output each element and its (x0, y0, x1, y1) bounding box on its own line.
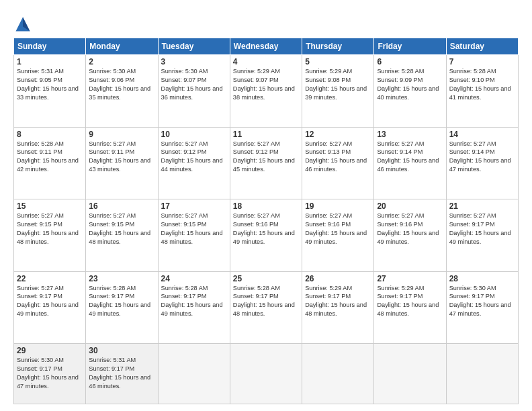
daylight-label: Daylight: 15 hours and 49 minutes. (305, 230, 367, 245)
sunrise-label: Sunrise: 5:30 AM (161, 68, 208, 75)
day-info: Sunrise: 5:31 AM Sunset: 9:17 PM Dayligh… (89, 356, 154, 391)
day-number: 7 (449, 57, 515, 66)
day-number: 20 (377, 201, 443, 211)
sunrise-label: Sunrise: 5:27 AM (233, 140, 280, 147)
calendar-cell: 27 Sunrise: 5:29 AM Sunset: 9:17 PM Dayl… (374, 271, 446, 344)
sunset-label: Sunset: 9:17 PM (449, 221, 495, 228)
day-info: Sunrise: 5:30 AM Sunset: 9:06 PM Dayligh… (89, 67, 154, 102)
day-number: 13 (377, 130, 443, 139)
day-number: 25 (233, 274, 299, 283)
calendar-cell: 18 Sunrise: 5:27 AM Sunset: 9:16 PM Dayl… (230, 199, 302, 272)
daylight-label: Daylight: 15 hours and 36 minutes. (161, 85, 223, 101)
sunset-label: Sunset: 9:16 PM (305, 221, 351, 228)
day-number: 18 (233, 201, 299, 211)
day-info: Sunrise: 5:27 AM Sunset: 9:14 PM Dayligh… (449, 140, 515, 175)
day-info: Sunrise: 5:31 AM Sunset: 9:05 PM Dayligh… (17, 67, 83, 102)
daylight-label: Daylight: 15 hours and 43 minutes. (89, 157, 150, 173)
sunrise-label: Sunrise: 5:29 AM (305, 285, 352, 291)
daylight-label: Daylight: 15 hours and 33 minutes. (17, 85, 79, 101)
sunset-label: Sunset: 9:11 PM (89, 148, 134, 155)
sunset-label: Sunset: 9:17 PM (449, 293, 495, 300)
calendar-table: SundayMondayTuesdayWednesdayThursdayFrid… (13, 38, 519, 404)
calendar-cell (374, 344, 446, 404)
sunrise-label: Sunrise: 5:28 AM (89, 285, 136, 291)
sunrise-label: Sunrise: 5:31 AM (17, 68, 64, 75)
calendar-header-thursday: Thursday (302, 38, 374, 55)
sunset-label: Sunset: 9:17 PM (17, 293, 62, 300)
calendar-header-monday: Monday (86, 38, 158, 55)
calendar-cell: 23 Sunrise: 5:28 AM Sunset: 9:17 PM Dayl… (86, 271, 158, 344)
calendar-cell: 14 Sunrise: 5:27 AM Sunset: 9:14 PM Dayl… (446, 127, 518, 199)
day-info: Sunrise: 5:30 AM Sunset: 9:07 PM Dayligh… (161, 67, 227, 102)
calendar-cell: 8 Sunrise: 5:28 AM Sunset: 9:11 PM Dayli… (14, 127, 86, 199)
day-info: Sunrise: 5:30 AM Sunset: 9:17 PM Dayligh… (449, 284, 515, 319)
daylight-label: Daylight: 15 hours and 46 minutes. (89, 374, 150, 390)
sunrise-label: Sunrise: 5:27 AM (233, 212, 280, 219)
day-number: 24 (161, 274, 227, 283)
day-number: 1 (17, 57, 83, 66)
calendar-cell: 30 Sunrise: 5:31 AM Sunset: 9:17 PM Dayl… (86, 344, 158, 404)
daylight-label: Daylight: 15 hours and 49 minutes. (449, 230, 511, 245)
sunrise-label: Sunrise: 5:27 AM (17, 285, 64, 291)
calendar-cell: 7 Sunrise: 5:28 AM Sunset: 9:10 PM Dayli… (446, 55, 518, 128)
day-number: 22 (17, 274, 83, 283)
calendar-cell: 17 Sunrise: 5:27 AM Sunset: 9:15 PM Dayl… (158, 199, 230, 272)
day-number: 3 (161, 57, 227, 66)
daylight-label: Daylight: 15 hours and 46 minutes. (377, 157, 439, 173)
sunrise-label: Sunrise: 5:28 AM (377, 68, 424, 75)
day-number: 2 (89, 57, 154, 66)
calendar-header-wednesday: Wednesday (230, 38, 302, 55)
calendar-cell: 1 Sunrise: 5:31 AM Sunset: 9:05 PM Dayli… (14, 55, 86, 128)
daylight-label: Daylight: 15 hours and 45 minutes. (233, 157, 295, 173)
calendar-cell: 5 Sunrise: 5:29 AM Sunset: 9:08 PM Dayli… (302, 55, 374, 128)
sunrise-label: Sunrise: 5:27 AM (377, 140, 424, 147)
daylight-label: Daylight: 15 hours and 35 minutes. (89, 85, 150, 101)
day-number: 5 (305, 57, 371, 66)
day-info: Sunrise: 5:28 AM Sunset: 9:09 PM Dayligh… (377, 67, 443, 102)
day-info: Sunrise: 5:27 AM Sunset: 9:15 PM Dayligh… (17, 212, 83, 246)
page: SundayMondayTuesdayWednesdayThursdayFrid… (0, 0, 532, 411)
day-info: Sunrise: 5:28 AM Sunset: 9:11 PM Dayligh… (17, 140, 83, 175)
sunrise-label: Sunrise: 5:27 AM (449, 140, 496, 147)
day-info: Sunrise: 5:29 AM Sunset: 9:08 PM Dayligh… (305, 67, 371, 102)
day-info: Sunrise: 5:27 AM Sunset: 9:15 PM Dayligh… (89, 212, 154, 246)
sunset-label: Sunset: 9:13 PM (305, 148, 351, 155)
day-number: 10 (161, 130, 227, 139)
calendar-cell: 21 Sunrise: 5:27 AM Sunset: 9:17 PM Dayl… (446, 199, 518, 272)
logo (13, 15, 35, 34)
sunset-label: Sunset: 9:14 PM (449, 148, 495, 155)
sunset-label: Sunset: 9:17 PM (377, 293, 423, 300)
sunset-label: Sunset: 9:09 PM (377, 77, 423, 83)
sunrise-label: Sunrise: 5:27 AM (161, 140, 208, 147)
calendar-cell (446, 344, 518, 404)
daylight-label: Daylight: 15 hours and 47 minutes. (449, 157, 511, 173)
calendar-cell (230, 344, 302, 404)
calendar-cell: 6 Sunrise: 5:28 AM Sunset: 9:09 PM Dayli… (374, 55, 446, 128)
day-number: 12 (305, 130, 371, 139)
calendar-week-2: 8 Sunrise: 5:28 AM Sunset: 9:11 PM Dayli… (14, 127, 519, 199)
calendar-cell: 28 Sunrise: 5:30 AM Sunset: 9:17 PM Dayl… (446, 271, 518, 344)
day-info: Sunrise: 5:27 AM Sunset: 9:11 PM Dayligh… (89, 140, 154, 175)
day-number: 28 (449, 274, 515, 283)
sunset-label: Sunset: 9:15 PM (17, 221, 62, 228)
sunrise-label: Sunrise: 5:27 AM (89, 212, 136, 219)
daylight-label: Daylight: 15 hours and 48 minutes. (233, 302, 295, 317)
sunset-label: Sunset: 9:17 PM (89, 365, 134, 372)
day-number: 29 (17, 346, 83, 355)
calendar-cell: 26 Sunrise: 5:29 AM Sunset: 9:17 PM Dayl… (302, 271, 374, 344)
sunset-label: Sunset: 9:07 PM (161, 77, 207, 83)
day-info: Sunrise: 5:27 AM Sunset: 9:12 PM Dayligh… (233, 140, 299, 175)
sunset-label: Sunset: 9:17 PM (233, 293, 279, 300)
calendar-cell: 15 Sunrise: 5:27 AM Sunset: 9:15 PM Dayl… (14, 199, 86, 272)
calendar-cell: 25 Sunrise: 5:28 AM Sunset: 9:17 PM Dayl… (230, 271, 302, 344)
daylight-label: Daylight: 15 hours and 44 minutes. (161, 157, 223, 173)
calendar-body: 1 Sunrise: 5:31 AM Sunset: 9:05 PM Dayli… (14, 55, 519, 404)
day-info: Sunrise: 5:27 AM Sunset: 9:16 PM Dayligh… (377, 212, 443, 246)
day-number: 19 (305, 201, 371, 211)
calendar-cell: 29 Sunrise: 5:30 AM Sunset: 9:17 PM Dayl… (14, 344, 86, 404)
day-number: 21 (449, 201, 515, 211)
day-number: 26 (305, 274, 371, 283)
calendar-cell: 19 Sunrise: 5:27 AM Sunset: 9:16 PM Dayl… (302, 199, 374, 272)
day-info: Sunrise: 5:28 AM Sunset: 9:10 PM Dayligh… (449, 67, 515, 102)
sunset-label: Sunset: 9:08 PM (305, 77, 351, 83)
